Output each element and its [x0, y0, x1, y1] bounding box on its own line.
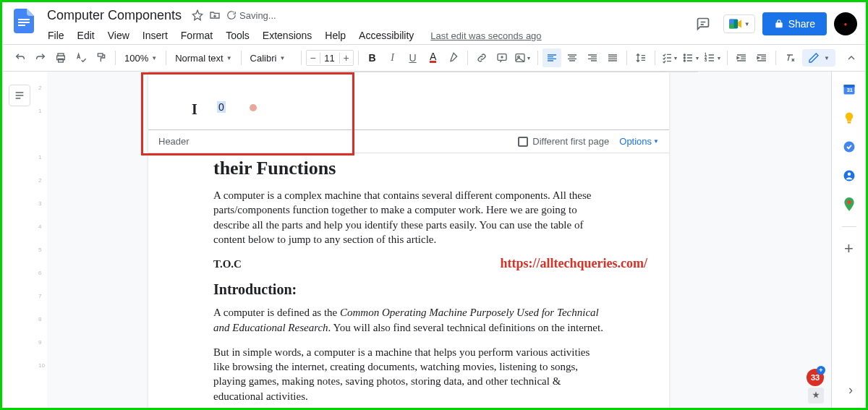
numbered-list-icon[interactable]: 123▼ — [702, 48, 723, 67]
align-left-icon[interactable] — [542, 48, 561, 67]
header-label: Header — [158, 136, 190, 147]
paint-format-icon[interactable] — [92, 48, 111, 67]
undo-icon[interactable] — [11, 48, 30, 67]
side-panel-collapse-icon[interactable]: › — [848, 383, 853, 398]
save-status: Saving... — [226, 10, 276, 21]
add-addon-icon[interactable]: + — [842, 242, 856, 256]
contacts-icon[interactable] — [842, 168, 856, 183]
comment-history-icon[interactable] — [690, 11, 716, 37]
doc-paragraph: A computer is defined as the Common Oper… — [213, 305, 604, 335]
menu-edit[interactable]: Edit — [72, 27, 100, 44]
svg-rect-2 — [18, 25, 25, 26]
svg-rect-4 — [729, 20, 733, 24]
svg-rect-9 — [98, 54, 103, 56]
doc-heading-1: their Functions — [213, 158, 604, 179]
meet-button[interactable]: ▼ — [723, 14, 755, 33]
decrease-indent-icon[interactable] — [732, 48, 751, 67]
doc-heading-2: Introduction: — [213, 281, 604, 298]
insert-comment-icon[interactable] — [493, 48, 511, 67]
svg-point-26 — [847, 200, 851, 204]
menu-insert[interactable]: Insert — [137, 27, 173, 44]
insert-link-icon[interactable] — [472, 48, 491, 67]
doc-paragraph: A computer is a complex machine that con… — [213, 188, 604, 247]
svg-text:3: 3 — [705, 59, 707, 62]
menubar: File Edit View Insert Format Tools Exten… — [43, 27, 690, 44]
align-justify-icon[interactable] — [603, 48, 622, 67]
menu-help[interactable]: Help — [320, 27, 351, 44]
notification-badge[interactable]: 33 — [807, 369, 824, 386]
menu-tools[interactable]: Tools — [221, 27, 255, 44]
menu-file[interactable]: File — [43, 27, 69, 44]
hide-menus-icon[interactable] — [846, 52, 857, 64]
text-cursor-icon: I — [192, 101, 197, 118]
keep-icon[interactable] — [842, 111, 856, 125]
account-avatar[interactable]: ● — [834, 12, 857, 35]
highlight-color-icon[interactable] — [444, 48, 463, 67]
svg-rect-1 — [18, 22, 30, 23]
menu-format[interactable]: Format — [176, 27, 218, 44]
calendar-icon[interactable]: 31 — [842, 82, 856, 96]
redo-icon[interactable] — [31, 48, 50, 67]
saving-label: Saving... — [239, 10, 276, 21]
collaborator-cursor-icon — [250, 104, 257, 111]
share-label: Share — [788, 18, 815, 30]
align-right-icon[interactable] — [583, 48, 602, 67]
svg-text:31: 31 — [846, 87, 852, 93]
header-selected-text[interactable]: 0 — [217, 101, 226, 113]
line-spacing-icon[interactable] — [631, 48, 650, 67]
last-edit-link[interactable]: Last edit was seconds ago — [430, 30, 541, 41]
different-first-page-label: Different first page — [532, 136, 609, 147]
svg-rect-5 — [729, 24, 733, 28]
different-first-page-checkbox[interactable]: Different first page — [518, 136, 609, 147]
watermark-url: https://alltechqueries.com/ — [501, 256, 647, 271]
zoom-select[interactable]: 100%▼ — [120, 51, 161, 65]
header-options-bar: Header Different first page Options▼ — [148, 130, 669, 153]
menu-view[interactable]: View — [103, 27, 135, 44]
increase-indent-icon[interactable] — [752, 48, 771, 67]
font-size-decrease[interactable]: − — [307, 52, 320, 64]
side-panel: 31 + — [831, 72, 866, 408]
star-icon[interactable] — [192, 9, 203, 21]
menu-accessibility[interactable]: Accessibility — [354, 27, 419, 44]
align-center-icon[interactable] — [563, 48, 582, 67]
svg-point-14 — [684, 57, 686, 59]
tasks-icon[interactable] — [842, 140, 856, 154]
insert-image-icon[interactable]: ▼ — [513, 48, 533, 67]
font-select[interactable]: Calibri▼ — [246, 51, 297, 65]
document-outline-icon[interactable] — [9, 85, 30, 106]
svg-rect-22 — [847, 121, 851, 123]
document-title[interactable]: Computer Components — [43, 7, 186, 25]
text-color-icon[interactable]: A — [424, 48, 443, 67]
svg-point-25 — [847, 173, 851, 176]
header-edit-zone[interactable]: I 0 — [148, 72, 669, 130]
editing-mode-button[interactable]: ▼ — [802, 49, 835, 67]
italic-icon[interactable]: I — [383, 48, 402, 67]
doc-paragraph: But in simple words, a computer is a mac… — [213, 345, 604, 403]
toolbar: 100%▼ Normal text▼ Calibri▼ − 11 + B I U… — [2, 44, 866, 72]
clear-formatting-icon[interactable] — [780, 48, 799, 67]
paragraph-style-select[interactable]: Normal text▼ — [171, 51, 236, 65]
font-size-value[interactable]: 11 — [320, 53, 340, 64]
svg-rect-0 — [18, 19, 30, 20]
document-page[interactable]: I 0 Header Different first page Options▼ — [148, 72, 669, 408]
bold-icon[interactable]: B — [363, 48, 382, 67]
print-icon[interactable] — [51, 48, 70, 67]
font-size-increase[interactable]: + — [340, 52, 353, 64]
maps-icon[interactable] — [842, 197, 856, 212]
vertical-ruler: 2 1 1 2 3 4 5 6 7 8 9 10 — [37, 72, 47, 408]
move-folder-icon[interactable] — [209, 9, 221, 21]
checklist-icon[interactable]: ▼ — [660, 48, 680, 67]
svg-point-15 — [684, 60, 686, 61]
bulleted-list-icon[interactable]: ▼ — [681, 48, 701, 67]
document-body[interactable]: their Functions A computer is a complex … — [148, 153, 669, 408]
svg-point-13 — [684, 54, 686, 56]
header-options-button[interactable]: Options▼ — [619, 136, 659, 147]
underline-icon[interactable]: U — [404, 48, 422, 67]
explore-icon[interactable] — [808, 388, 824, 403]
spellcheck-icon[interactable] — [72, 48, 90, 67]
menu-extensions[interactable]: Extensions — [258, 27, 317, 44]
docs-logo[interactable] — [11, 8, 37, 34]
font-size-stepper[interactable]: − 11 + — [306, 50, 354, 66]
share-button[interactable]: Share — [762, 12, 827, 35]
